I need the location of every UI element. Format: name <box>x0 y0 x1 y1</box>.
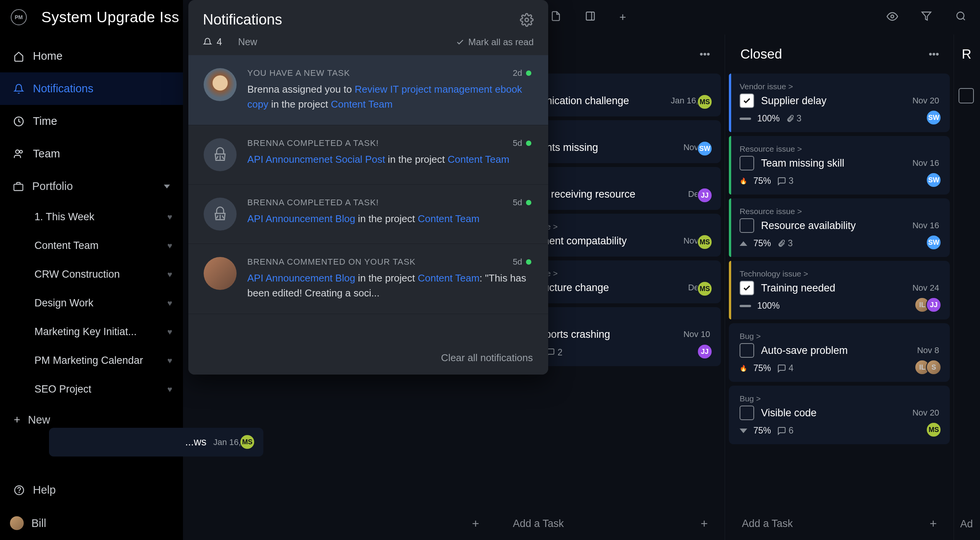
sidebar-project-crw[interactable]: CRW Construction♥ <box>0 260 183 289</box>
svg-line-11 <box>963 18 965 20</box>
task-checkbox[interactable] <box>740 93 754 108</box>
task-breadcrumb[interactable]: Resource issue > <box>740 144 939 154</box>
sidebar-project-design[interactable]: Design Work♥ <box>0 289 183 317</box>
assignee-avatar: JJ <box>697 344 712 359</box>
task-percent: 75% <box>753 363 771 373</box>
add-task-button[interactable]: + <box>183 507 496 540</box>
task-card[interactable]: Bug >Visible codeNov 2075% 6MS <box>729 386 950 444</box>
sidebar-project-this-week[interactable]: 1. This Week♥ <box>0 203 183 231</box>
doc-icon[interactable] <box>550 11 564 24</box>
task-percent: 75% <box>753 425 771 436</box>
notif-link[interactable]: Content Team <box>331 98 392 110</box>
notif-link[interactable]: Content Team <box>418 213 479 224</box>
task-breadcrumb[interactable]: Bug > <box>740 394 939 403</box>
heart-icon[interactable]: ♥ <box>167 356 172 366</box>
add-task-button[interactable]: Add a Task + <box>725 507 954 540</box>
sidebar-project-seo[interactable]: SEO Project♥ <box>0 375 183 404</box>
notif-time: 5d <box>513 257 531 267</box>
nav-team[interactable]: Team <box>0 137 183 170</box>
task-checkbox[interactable] <box>740 156 754 170</box>
app-logo[interactable]: PM <box>11 9 27 25</box>
task-title: structure change <box>532 282 681 294</box>
clear-all-button[interactable]: Clear all notifications <box>441 352 533 364</box>
notif-heading: BRENNA COMPLETED A TASK! <box>247 138 533 148</box>
task-date: Nov 8 <box>917 345 939 355</box>
notif-time: 5d <box>513 198 531 208</box>
priority-down-icon <box>740 429 747 433</box>
notif-link[interactable]: API Announcement Blog <box>247 272 355 284</box>
svg-point-12 <box>525 18 529 21</box>
heart-icon[interactable]: ♥ <box>167 270 172 280</box>
plus-icon: + <box>930 517 937 531</box>
nav-time[interactable]: Time <box>0 105 183 137</box>
comment-count: 2 <box>546 347 562 358</box>
task-breadcrumb[interactable]: Resource issue > <box>740 207 939 216</box>
briefcase-icon <box>13 181 24 192</box>
notif-link[interactable]: Content Team <box>448 154 509 165</box>
nav-home[interactable]: Home <box>0 40 183 72</box>
assignee-avatar: MS <box>240 434 255 450</box>
heart-icon[interactable]: ♥ <box>167 298 172 308</box>
assignee-avatar: MS <box>697 281 712 296</box>
task-card[interactable]: Vendor issue >Supplier delayNov 20100% 3… <box>729 74 950 132</box>
notif-text: API Announcement Blog in the project Con… <box>247 211 533 226</box>
notif-link[interactable]: API Announcmenet Social Post <box>247 154 385 165</box>
sidebar-project-marketing[interactable]: Marketing Key Initiat...♥ <box>0 317 183 346</box>
task-breadcrumb[interactable]: Vendor issue > <box>740 82 939 91</box>
column-menu-icon[interactable]: ••• <box>929 48 939 60</box>
search-icon[interactable] <box>956 11 969 24</box>
add-task-button[interactable]: Add a Task + <box>496 507 725 540</box>
clock-icon <box>13 116 24 127</box>
task-checkbox[interactable] <box>740 218 754 233</box>
task-checkbox[interactable] <box>740 281 754 295</box>
task-card[interactable]: Bug >Auto-save problemNov 8🔥75% 4ILS <box>729 323 950 382</box>
heart-icon[interactable]: ♥ <box>167 385 172 394</box>
assignee-avatar: MS <box>926 422 941 437</box>
assignee-avatar: SW <box>926 110 941 125</box>
heart-icon[interactable]: ♥ <box>167 241 172 251</box>
comment-count: 3 <box>777 176 794 186</box>
notif-link[interactable]: Content Team <box>418 272 479 284</box>
filter-icon[interactable] <box>921 11 934 24</box>
sidebar-project-pm-calendar[interactable]: PM Marketing Calendar♥ <box>0 346 183 375</box>
sidebar-project-content-team[interactable]: Content Team♥ <box>0 231 183 260</box>
notif-tab-count[interactable]: 4 <box>203 36 222 47</box>
task-card[interactable]: ...wsJan 16, 24 MS <box>49 428 263 457</box>
task-title: Team missing skill <box>761 157 906 169</box>
nav-notifications[interactable]: Notifications <box>0 72 183 105</box>
task-breadcrumb[interactable]: Bug > <box>740 332 939 341</box>
assignee-avatar: MS <box>697 94 712 110</box>
task-date: Nov 16 <box>912 221 939 231</box>
notif-heading: BRENNA COMPLETED A TASK! <box>247 198 533 208</box>
add-tab-icon[interactable]: + <box>619 11 632 24</box>
notification-item[interactable]: YOU HAVE A NEW TASKBrenna assigned you t… <box>188 55 548 125</box>
heart-icon[interactable]: ♥ <box>167 212 172 222</box>
notif-tab-new[interactable]: New <box>238 36 257 47</box>
bell-icon <box>13 83 24 95</box>
column-menu-icon[interactable]: ••• <box>700 48 710 60</box>
nav-portfolio[interactable]: Portfolio <box>0 170 183 203</box>
mark-all-read-button[interactable]: Mark all as read <box>456 37 534 47</box>
panel-icon[interactable] <box>585 11 598 24</box>
task-card[interactable]: Technology issue >Training neededNov 241… <box>729 261 950 319</box>
task-breadcrumb[interactable]: Technology issue > <box>740 269 939 278</box>
task-checkbox[interactable] <box>740 406 754 420</box>
current-user[interactable]: Bill <box>0 506 183 540</box>
task-checkbox[interactable] <box>740 343 754 358</box>
gear-icon[interactable] <box>520 13 534 27</box>
notif-link[interactable]: API Announcement Blog <box>247 213 355 224</box>
task-card[interactable]: Resource issue >Team missing skillNov 16… <box>729 136 950 195</box>
add-task-button[interactable]: Ad <box>960 508 973 540</box>
eye-icon[interactable] <box>887 11 900 24</box>
notification-item[interactable]: BRENNA COMMENTED ON YOUR TASKAPI Announc… <box>188 244 548 314</box>
plus-icon: + <box>472 517 479 531</box>
notification-item[interactable]: BRENNA COMPLETED A TASK!API Announcement… <box>188 185 548 244</box>
heart-icon[interactable]: ♥ <box>167 327 172 337</box>
task-checkbox[interactable] <box>959 88 974 103</box>
notifications-panel: Notifications 4 New Mark all as read YOU… <box>188 0 548 375</box>
unread-dot-icon <box>526 70 531 76</box>
nav-help[interactable]: Help <box>0 474 183 506</box>
notif-avatar <box>204 68 237 101</box>
task-card[interactable]: Resource issue >Resource availabilityNov… <box>729 198 950 257</box>
notification-item[interactable]: BRENNA COMPLETED A TASK!API Announcmenet… <box>188 125 548 185</box>
